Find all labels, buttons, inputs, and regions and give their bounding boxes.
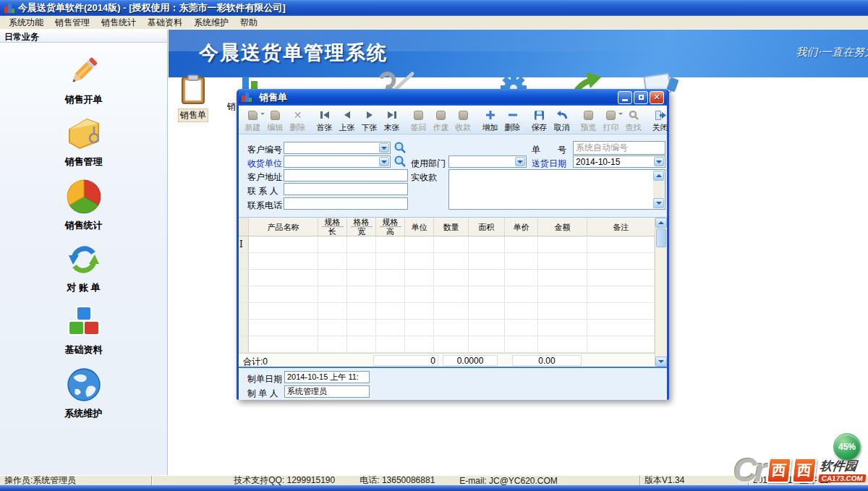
col-quantity[interactable]: 数量 — [434, 218, 469, 236]
void-button[interactable]: 作废 — [430, 107, 452, 133]
prev-icon — [344, 109, 351, 121]
chevron-down-icon[interactable] — [654, 157, 664, 166]
col-amount[interactable]: 金额 — [538, 218, 587, 236]
title-bar: 今晨送货单软件(2014版) - [授权使用：东莞市一彩软件有限公司] — [0, 0, 868, 16]
save-button[interactable]: 保存 — [528, 107, 550, 133]
table-scrollbar[interactable] — [655, 218, 667, 367]
desktop-icon-label-partial[interactable]: 销 — [227, 101, 236, 113]
sidebar-item-maintenance[interactable]: 系统维护 — [65, 367, 103, 420]
status-email: E-mail: JC@YC620.COM — [459, 476, 558, 486]
order-no-label: 单 号 — [532, 144, 566, 156]
make-date-label: 制单日期 — [247, 373, 282, 385]
new-button[interactable]: 新建 — [242, 107, 264, 133]
scroll-up-icon[interactable] — [655, 218, 667, 228]
next-record-button[interactable]: 下张 — [358, 107, 380, 133]
first-icon — [320, 109, 330, 121]
order-header-form: 客户编号 单 号 系统自动编号 收货单位 使用部门 送货日期 2014-10-1… — [239, 135, 667, 217]
app-icon — [4, 4, 14, 13]
sign-back-button[interactable]: 签回 — [407, 107, 430, 133]
col-unit-price[interactable]: 单价 — [505, 218, 538, 236]
menu-item-maintenance[interactable]: 系统维护 — [188, 15, 234, 30]
scroll-down-icon[interactable] — [653, 198, 664, 208]
table-row[interactable] — [239, 270, 655, 286]
sidebar-item-sales-stats[interactable]: 销售统计 — [65, 179, 103, 232]
add-row-button[interactable]: 增加 — [479, 107, 501, 133]
print-button[interactable]: 打印 — [600, 107, 622, 133]
preview-icon — [584, 109, 593, 121]
table-row[interactable] — [239, 253, 655, 270]
payment-icon — [459, 109, 468, 121]
dialog-toolbar: 新建 编辑 ✕ 删除 首张 — [239, 106, 667, 135]
status-version: 版本V1.34 — [640, 476, 749, 485]
search-icon[interactable] — [393, 155, 407, 170]
preview-button[interactable]: 预览 — [577, 107, 600, 133]
table-body: I — [239, 236, 655, 353]
delivery-date-combo[interactable]: 2014-10-15 — [573, 155, 665, 168]
menu-item-sales-stats[interactable]: 销售统计 — [95, 15, 142, 30]
remove-row-button[interactable]: 删除 — [501, 107, 524, 133]
col-remark[interactable]: 备注 — [587, 218, 655, 236]
table-row[interactable] — [239, 320, 655, 336]
sidebar-item-base-data[interactable]: 基础资料 — [65, 304, 103, 356]
find-button[interactable]: 查找 — [622, 107, 644, 133]
search-icon[interactable] — [393, 141, 407, 156]
collect-payment-button[interactable]: 收款 — [452, 107, 475, 133]
desktop-icon-sales-order[interactable]: 销售单 — [178, 74, 208, 122]
close-form-button[interactable]: 关闭 — [649, 107, 671, 133]
table-row[interactable] — [239, 303, 655, 320]
customer-no-label: 客户编号 — [247, 144, 282, 156]
menu-item-base-data[interactable]: 基础资料 — [142, 15, 188, 30]
void-icon — [436, 109, 446, 121]
close-button[interactable]: ✕ — [650, 91, 664, 104]
scroll-down-icon[interactable] — [655, 356, 667, 367]
prev-record-button[interactable]: 上张 — [336, 107, 358, 133]
memo-scrollbar[interactable] — [653, 171, 664, 208]
menu-item-sales-mgmt[interactable]: 销售管理 — [49, 15, 95, 30]
chevron-down-icon[interactable] — [515, 157, 525, 166]
menu-item-system[interactable]: 系统功能 — [3, 15, 49, 30]
sidebar-header: 日常业务 — [0, 30, 167, 43]
text-cursor-icon: I — [239, 239, 243, 249]
first-record-button[interactable]: 首张 — [313, 107, 336, 133]
sync-arrows-icon — [65, 242, 103, 279]
cancel-button[interactable]: 取消 — [550, 107, 573, 133]
sidebar-item-statement[interactable]: 对 账 单 — [65, 242, 103, 294]
received-memo[interactable] — [448, 169, 665, 210]
customer-no-combo[interactable] — [284, 142, 391, 154]
progress-badge: 45% — [833, 433, 861, 461]
chevron-down-icon[interactable] — [379, 143, 389, 153]
edit-button[interactable]: 编辑 — [264, 107, 286, 133]
table-row[interactable] — [239, 286, 655, 303]
scrollbar-thumb[interactable] — [656, 229, 666, 247]
banner-title: 今晨送货单管理系统 — [199, 40, 388, 66]
scroll-up-icon[interactable] — [653, 171, 664, 181]
col-product-name[interactable]: 产品名称 — [249, 218, 318, 236]
sidebar-item-label: 基础资料 — [65, 343, 103, 356]
last-record-button[interactable]: 末张 — [380, 107, 403, 133]
col-spec-length[interactable]: 规格长 — [318, 218, 347, 236]
table-row[interactable]: I — [239, 236, 655, 253]
totals-quantity: 0 — [373, 355, 438, 366]
sidebar-item-sales-order[interactable]: 销售开单 — [65, 53, 103, 106]
address-field[interactable] — [284, 169, 408, 182]
col-spec-width[interactable]: 格格宽 — [347, 218, 376, 236]
sidebar-list: 销售开单 销售管理 — [0, 43, 167, 430]
menu-item-help[interactable]: 帮助 — [234, 15, 263, 30]
delete-button[interactable]: ✕ 删除 — [286, 107, 309, 133]
contact-field[interactable] — [284, 183, 408, 195]
col-spec-height[interactable]: 规格高 — [376, 218, 405, 236]
delivery-date-label: 送货日期 — [532, 158, 566, 170]
phone-field[interactable] — [284, 197, 408, 210]
sidebar-item-sales-mgmt[interactable]: 销售管理 — [65, 116, 103, 168]
watermark-name: 西西 — [766, 458, 817, 483]
col-unit[interactable]: 单位 — [405, 218, 434, 236]
items-table-zone: 产品名称 规格长 格格宽 规格高 单位 数量 面积 单价 金额 备注 I 合计:… — [239, 217, 667, 367]
maximize-button[interactable] — [634, 91, 648, 104]
col-area[interactable]: 面积 — [469, 218, 505, 236]
minimize-button[interactable] — [618, 91, 632, 104]
dept-combo[interactable] — [448, 155, 527, 168]
receiver-combo[interactable] — [284, 155, 391, 168]
maker-field: 系统管理员 — [284, 385, 370, 398]
table-row[interactable] — [239, 336, 655, 353]
chevron-down-icon[interactable] — [379, 157, 389, 166]
